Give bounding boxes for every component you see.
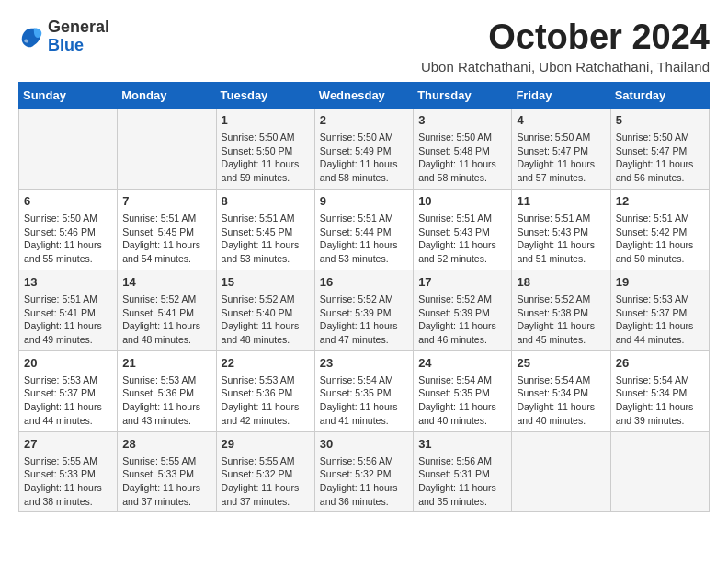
calendar-cell: 26Sunrise: 5:54 AM Sunset: 5:34 PM Dayli… <box>610 350 709 431</box>
day-number: 27 <box>24 436 112 453</box>
page-header: General Blue October 2024 Ubon Ratchatha… <box>18 18 710 75</box>
calendar-week-row: 20Sunrise: 5:53 AM Sunset: 5:37 PM Dayli… <box>19 350 710 431</box>
day-info: Sunrise: 5:54 AM Sunset: 5:34 PM Dayligh… <box>517 373 605 428</box>
calendar-cell: 12Sunrise: 5:51 AM Sunset: 5:42 PM Dayli… <box>610 189 709 270</box>
day-info: Sunrise: 5:51 AM Sunset: 5:45 PM Dayligh… <box>222 212 310 266</box>
day-number: 11 <box>517 193 605 210</box>
day-info: Sunrise: 5:50 AM Sunset: 5:47 PM Dayligh… <box>517 131 605 185</box>
day-number: 19 <box>616 274 704 291</box>
logo-bird-icon <box>18 24 44 50</box>
day-number: 10 <box>418 193 506 210</box>
calendar-cell: 27Sunrise: 5:55 AM Sunset: 5:33 PM Dayli… <box>19 431 118 512</box>
day-number: 22 <box>222 355 310 372</box>
calendar-cell: 2Sunrise: 5:50 AM Sunset: 5:49 PM Daylig… <box>314 108 413 189</box>
calendar-cell: 16Sunrise: 5:52 AM Sunset: 5:39 PM Dayli… <box>314 270 413 350</box>
day-number: 20 <box>24 355 112 372</box>
day-info: Sunrise: 5:55 AM Sunset: 5:33 PM Dayligh… <box>24 454 112 509</box>
weekday-header-thursday: Thursday <box>414 82 512 108</box>
calendar-cell: 10Sunrise: 5:51 AM Sunset: 5:43 PM Dayli… <box>414 189 512 270</box>
calendar-cell: 1Sunrise: 5:50 AM Sunset: 5:50 PM Daylig… <box>216 108 314 189</box>
day-number: 24 <box>418 355 506 372</box>
calendar-cell: 3Sunrise: 5:50 AM Sunset: 5:48 PM Daylig… <box>414 108 512 189</box>
day-info: Sunrise: 5:54 AM Sunset: 5:35 PM Dayligh… <box>418 373 506 428</box>
calendar-week-row: 27Sunrise: 5:55 AM Sunset: 5:33 PM Dayli… <box>19 431 710 512</box>
day-info: Sunrise: 5:55 AM Sunset: 5:32 PM Dayligh… <box>222 454 310 509</box>
day-info: Sunrise: 5:52 AM Sunset: 5:41 PM Dayligh… <box>122 293 210 347</box>
calendar-cell: 21Sunrise: 5:53 AM Sunset: 5:36 PM Dayli… <box>118 350 216 431</box>
title-block: October 2024 Ubon Ratchathani, Ubon Ratc… <box>421 18 710 75</box>
day-number: 18 <box>517 274 605 291</box>
calendar-cell: 7Sunrise: 5:51 AM Sunset: 5:45 PM Daylig… <box>118 189 216 270</box>
day-number: 28 <box>122 436 210 453</box>
calendar-cell: 25Sunrise: 5:54 AM Sunset: 5:34 PM Dayli… <box>512 350 610 431</box>
weekday-header-wednesday: Wednesday <box>314 82 413 108</box>
calendar-cell: 29Sunrise: 5:55 AM Sunset: 5:32 PM Dayli… <box>216 431 314 512</box>
calendar-week-row: 1Sunrise: 5:50 AM Sunset: 5:50 PM Daylig… <box>19 108 710 189</box>
calendar-cell <box>512 431 610 512</box>
calendar-cell: 5Sunrise: 5:50 AM Sunset: 5:47 PM Daylig… <box>610 108 709 189</box>
calendar-cell: 9Sunrise: 5:51 AM Sunset: 5:44 PM Daylig… <box>314 189 413 270</box>
day-number: 15 <box>222 274 310 291</box>
day-number: 14 <box>122 274 210 291</box>
calendar-cell: 30Sunrise: 5:56 AM Sunset: 5:32 PM Dayli… <box>314 431 413 512</box>
day-number: 23 <box>320 355 408 372</box>
weekday-header-monday: Monday <box>118 82 216 108</box>
calendar-cell: 23Sunrise: 5:54 AM Sunset: 5:35 PM Dayli… <box>314 350 413 431</box>
calendar-cell: 24Sunrise: 5:54 AM Sunset: 5:35 PM Dayli… <box>414 350 512 431</box>
weekday-header-tuesday: Tuesday <box>216 82 314 108</box>
location-subtitle: Ubon Ratchathani, Ubon Ratchathani, Thai… <box>421 59 710 75</box>
logo: General Blue <box>18 18 109 55</box>
calendar-cell: 19Sunrise: 5:53 AM Sunset: 5:37 PM Dayli… <box>610 270 709 350</box>
calendar-cell: 13Sunrise: 5:51 AM Sunset: 5:41 PM Dayli… <box>19 270 118 350</box>
month-title: October 2024 <box>421 18 710 57</box>
weekday-header-row: SundayMondayTuesdayWednesdayThursdayFrid… <box>19 82 710 108</box>
day-info: Sunrise: 5:52 AM Sunset: 5:39 PM Dayligh… <box>320 293 408 347</box>
day-info: Sunrise: 5:50 AM Sunset: 5:46 PM Dayligh… <box>24 212 112 266</box>
day-number: 26 <box>616 355 704 372</box>
calendar-cell: 4Sunrise: 5:50 AM Sunset: 5:47 PM Daylig… <box>512 108 610 189</box>
day-info: Sunrise: 5:53 AM Sunset: 5:36 PM Dayligh… <box>222 373 310 428</box>
calendar-cell: 18Sunrise: 5:52 AM Sunset: 5:38 PM Dayli… <box>512 270 610 350</box>
day-number: 29 <box>222 436 310 453</box>
day-info: Sunrise: 5:56 AM Sunset: 5:31 PM Dayligh… <box>418 454 506 509</box>
day-info: Sunrise: 5:50 AM Sunset: 5:50 PM Dayligh… <box>222 131 310 185</box>
day-number: 25 <box>517 355 605 372</box>
day-info: Sunrise: 5:51 AM Sunset: 5:43 PM Dayligh… <box>517 212 605 266</box>
calendar-cell: 6Sunrise: 5:50 AM Sunset: 5:46 PM Daylig… <box>19 189 118 270</box>
calendar-cell <box>19 108 118 189</box>
calendar-cell: 28Sunrise: 5:55 AM Sunset: 5:33 PM Dayli… <box>118 431 216 512</box>
day-number: 5 <box>616 112 704 129</box>
day-info: Sunrise: 5:51 AM Sunset: 5:45 PM Dayligh… <box>122 212 210 266</box>
weekday-header-saturday: Saturday <box>610 82 709 108</box>
day-number: 21 <box>122 355 210 372</box>
day-info: Sunrise: 5:52 AM Sunset: 5:39 PM Dayligh… <box>418 293 506 347</box>
day-info: Sunrise: 5:52 AM Sunset: 5:38 PM Dayligh… <box>517 293 605 347</box>
day-number: 16 <box>320 274 408 291</box>
calendar-cell: 17Sunrise: 5:52 AM Sunset: 5:39 PM Dayli… <box>414 270 512 350</box>
day-info: Sunrise: 5:51 AM Sunset: 5:42 PM Dayligh… <box>616 212 704 266</box>
calendar-week-row: 13Sunrise: 5:51 AM Sunset: 5:41 PM Dayli… <box>19 270 710 350</box>
day-number: 3 <box>418 112 506 129</box>
calendar-cell <box>610 431 709 512</box>
day-info: Sunrise: 5:54 AM Sunset: 5:35 PM Dayligh… <box>320 373 408 428</box>
day-number: 9 <box>320 193 408 210</box>
day-info: Sunrise: 5:51 AM Sunset: 5:43 PM Dayligh… <box>418 212 506 266</box>
day-number: 31 <box>418 436 506 453</box>
weekday-header-friday: Friday <box>512 82 610 108</box>
day-number: 7 <box>122 193 210 210</box>
calendar-header: SundayMondayTuesdayWednesdayThursdayFrid… <box>19 82 710 108</box>
day-number: 12 <box>616 193 704 210</box>
calendar-cell <box>118 108 216 189</box>
day-info: Sunrise: 5:50 AM Sunset: 5:48 PM Dayligh… <box>418 131 506 185</box>
calendar-cell: 31Sunrise: 5:56 AM Sunset: 5:31 PM Dayli… <box>414 431 512 512</box>
day-number: 17 <box>418 274 506 291</box>
day-info: Sunrise: 5:54 AM Sunset: 5:34 PM Dayligh… <box>616 373 704 428</box>
day-number: 8 <box>222 193 310 210</box>
day-info: Sunrise: 5:55 AM Sunset: 5:33 PM Dayligh… <box>122 454 210 509</box>
weekday-header-sunday: Sunday <box>19 82 118 108</box>
day-number: 1 <box>222 112 310 129</box>
day-info: Sunrise: 5:53 AM Sunset: 5:37 PM Dayligh… <box>616 293 704 347</box>
day-number: 30 <box>320 436 408 453</box>
calendar-week-row: 6Sunrise: 5:50 AM Sunset: 5:46 PM Daylig… <box>19 189 710 270</box>
calendar-cell: 14Sunrise: 5:52 AM Sunset: 5:41 PM Dayli… <box>118 270 216 350</box>
